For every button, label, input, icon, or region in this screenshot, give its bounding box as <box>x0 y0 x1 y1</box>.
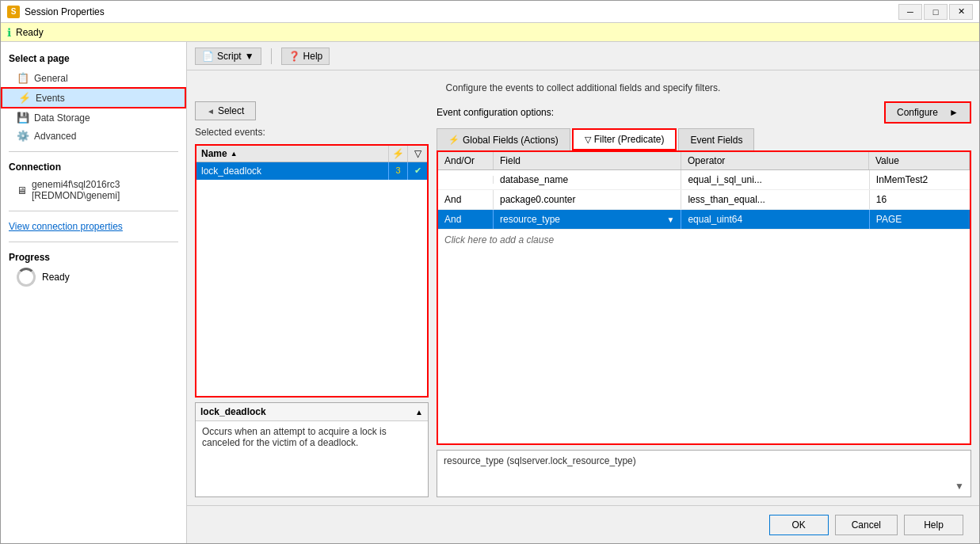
script-icon: 📄 <box>202 51 214 62</box>
connection-user: [REDMOND\genemi] <box>32 190 120 201</box>
selected-events-label: Selected events: <box>195 125 429 139</box>
description-bar: Configure the events to collect addition… <box>195 78 971 101</box>
progress-status: Ready <box>42 272 70 283</box>
window-title: Session Properties <box>25 6 105 17</box>
advanced-icon: ⚙️ <box>17 130 29 142</box>
tab-global-fields[interactable]: ⚡ Global Fields (Actions) <box>437 128 570 150</box>
resource-desc-scrollbar: ▼ <box>444 481 964 492</box>
event-row-name: lock_deadlock <box>196 162 389 180</box>
two-panel: ◄ Select Selected events: Name ▲ <box>195 101 971 497</box>
main-content: Select a page 📋 General ⚡ Events 💾 Data … <box>1 42 979 543</box>
status-icon: ℹ <box>7 26 11 39</box>
col-andor-header: And/Or <box>438 152 494 169</box>
row1-value: InMemTest2 <box>870 170 970 189</box>
sidebar-item-general[interactable]: 📋 General <box>1 69 186 87</box>
row3-operator: equal_uint64 <box>681 210 869 229</box>
filter-rows: database_name equal_i_sql_uni... InMemTe… <box>438 170 970 443</box>
status-text: Ready <box>16 27 44 38</box>
sort-icon: ▲ <box>231 150 238 158</box>
add-clause-row[interactable]: Click here to add a clause <box>438 230 970 250</box>
select-label: Select <box>218 105 244 116</box>
configure-label: Configure <box>897 107 938 118</box>
events-panel: Name ▲ ⚡ ▽ <box>195 144 429 398</box>
help-button[interactable]: ❓ Help <box>281 48 330 65</box>
select-button[interactable]: ◄ Select <box>195 101 256 120</box>
events-col-filter: ▽ <box>408 146 427 162</box>
tab-global-fields-label: Global Fields (Actions) <box>463 135 559 146</box>
tab-event-fields[interactable]: Event Fields <box>678 128 754 150</box>
window: S Session Properties ─ □ ✕ ℹ Ready Selec… <box>0 0 980 544</box>
desc-title: lock_deadlock ▲ <box>196 403 428 421</box>
event-row-filter: ✔ <box>408 162 427 180</box>
title-bar: S Session Properties ─ □ ✕ <box>1 1 979 23</box>
filter-row-1[interactable]: database_name equal_i_sql_uni... InMemTe… <box>438 170 970 190</box>
events-rows: lock_deadlock 3 ✔ <box>196 162 427 396</box>
script-button[interactable]: 📄 Script ▼ <box>195 48 261 65</box>
close-button[interactable]: ✕ <box>949 4 973 20</box>
data-storage-icon: 💾 <box>17 112 29 124</box>
col-value-header: Value <box>869 152 970 169</box>
sidebar-item-label-events: Events <box>36 93 65 104</box>
resource-desc-panel: resource_type (sqlserver.lock_resource_t… <box>437 450 971 497</box>
row3-field-text: resource_type <box>500 214 560 225</box>
cancel-button[interactable]: Cancel <box>835 515 898 535</box>
view-connection-link[interactable]: View connection properties <box>1 218 186 235</box>
row2-value: 16 <box>870 190 970 209</box>
configure-button[interactable]: Configure ► <box>884 101 971 124</box>
row2-operator: less_than_equal... <box>681 190 869 209</box>
filter-row-3[interactable]: ➤ And resource_type ▼ equal_uint64 PAGE <box>438 210 970 230</box>
script-label: Script <box>217 51 242 62</box>
row1-andor <box>438 176 494 184</box>
events-col-actions: ⚡ <box>389 146 408 162</box>
scroll-down-icon: ▼ <box>955 481 964 492</box>
status-bar: ℹ Ready <box>1 23 979 42</box>
filter-row-2[interactable]: And package0.counter less_than_equal... … <box>438 190 970 210</box>
desc-body: Occurs when an attempt to acquire a lock… <box>196 421 428 496</box>
progress-item: Ready <box>1 266 186 288</box>
help-icon: ❓ <box>288 51 300 62</box>
sidebar-item-label-general: General <box>34 73 68 84</box>
general-icon: 📋 <box>17 72 29 84</box>
connection-title: Connection <box>1 158 186 176</box>
desc-title-text: lock_deadlock <box>200 406 266 417</box>
tab-event-fields-label: Event Fields <box>690 135 742 146</box>
left-panel: ◄ Select Selected events: Name ▲ <box>195 101 429 497</box>
row2-field: package0.counter <box>494 190 681 209</box>
sidebar-divider2 <box>9 211 178 211</box>
events-icon: ⚡ <box>18 92 31 104</box>
connection-server-name: genemi4f\sql2016rc3 <box>32 179 120 190</box>
resource-desc-text: resource_type (sqlserver.lock_resource_t… <box>444 455 964 466</box>
sidebar-item-label-advanced: Advanced <box>34 131 76 142</box>
row1-operator: equal_i_sql_uni... <box>681 170 869 189</box>
row1-field: database_name <box>494 170 681 189</box>
title-controls: ─ □ ✕ <box>898 4 973 20</box>
progress-spinner <box>17 268 36 287</box>
event-row-lock-deadlock[interactable]: lock_deadlock 3 ✔ <box>196 162 427 180</box>
row3-andor: And <box>438 210 494 229</box>
help-label: Help <box>303 51 323 62</box>
maximize-button[interactable]: □ <box>924 4 948 20</box>
col-field-header: Field <box>494 152 681 169</box>
help-footer-button[interactable]: Help <box>904 515 963 535</box>
ok-button[interactable]: OK <box>769 515 829 535</box>
tab-filter-label: Filter (Predicate) <box>594 134 665 145</box>
title-bar-left: S Session Properties <box>7 6 105 18</box>
sidebar: Select a page 📋 General ⚡ Events 💾 Data … <box>1 42 187 543</box>
tabs-row: ⚡ Global Fields (Actions) ▽ Filter (Pred… <box>437 128 971 150</box>
row3-field-dropdown-icon: ▼ <box>667 215 675 224</box>
filter-table-header: And/Or Field Operator Value <box>438 152 970 170</box>
row3-value: PAGE <box>870 210 970 229</box>
filter-tab-icon: ▽ <box>585 135 591 145</box>
sidebar-divider3 <box>9 242 178 242</box>
events-col-name-label: Name <box>201 148 227 159</box>
row3-field[interactable]: resource_type ▼ <box>494 210 681 229</box>
tab-filter[interactable]: ▽ Filter (Predicate) <box>572 128 677 150</box>
event-row-actions: 3 <box>389 162 408 180</box>
sidebar-item-advanced[interactable]: ⚙️ Advanced <box>1 127 186 145</box>
sidebar-divider <box>9 151 178 152</box>
filter-table-container: And/Or Field Operator Value database_nam… <box>437 150 971 445</box>
connection-server: 🖥 genemi4f\sql2016rc3 [REDMOND\genemi] <box>1 176 186 204</box>
minimize-button[interactable]: ─ <box>898 4 922 20</box>
sidebar-item-data-storage[interactable]: 💾 Data Storage <box>1 108 186 127</box>
sidebar-item-events[interactable]: ⚡ Events <box>1 87 186 108</box>
